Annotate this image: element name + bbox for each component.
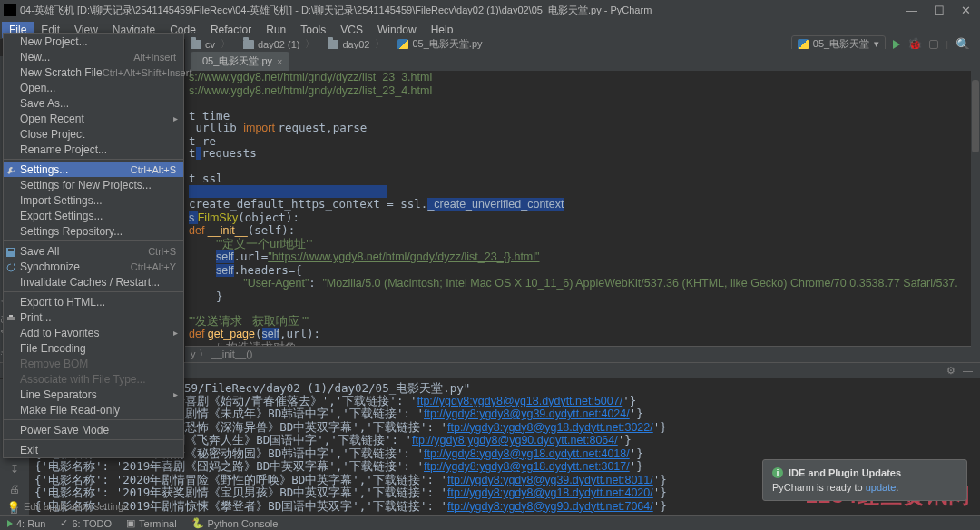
file-menu-settings-[interactable]: Settings...Ctrl+Alt+S [4,162,183,177]
save-icon [6,247,15,256]
sync-icon [6,262,15,271]
file-menu-export-settings-[interactable]: Export Settings... [4,208,183,223]
todo-icon: ✓ [60,517,68,529]
file-menu-export-to-html-[interactable]: Export to HTML... [4,294,183,309]
scroll-thumb[interactable] [972,80,979,152]
file-menu-new-project-[interactable]: New Project... [4,34,183,49]
output-icon3[interactable]: ↧ [8,463,21,476]
notification[interactable]: iIDE and Plugin Updates PyCharm is ready… [762,459,967,501]
python-icon [397,39,408,50]
window-title: 04-英雄飞机 [D:\聊天记录\2541145459\FileRecv\04-… [20,4,906,17]
folder-icon [243,40,254,49]
sb-pyconsole[interactable]: 🐍Python Console [184,517,286,529]
tab-current[interactable]: 05_电影天堂.py × [191,52,289,71]
close-tab-icon[interactable]: × [277,56,282,67]
run-button[interactable] [893,40,900,49]
file-menu-settings-for-new-projects-[interactable]: Settings for New Projects... [4,177,183,192]
file-menu-make-file-read-only[interactable]: Make File Read-only [4,402,183,417]
output-icon4[interactable]: 🖨 [8,483,21,496]
minimize-panel-icon[interactable]: — [963,365,973,377]
maximize-button[interactable]: ☐ [934,4,945,17]
file-menu-associate-with-file-type-: Associate with File Type... [4,371,183,387]
app-icon [4,4,16,16]
file-menu-print-[interactable]: Print... [4,309,183,325]
status-hint: 💡Edit application settings [7,499,129,514]
sb-todo[interactable]: ✓6: TODO [53,517,119,529]
editor-tabs: 05_电影天堂.py × [185,49,980,71]
file-menu-synchronize[interactable]: SynchronizeCtrl+Alt+Y [4,259,183,274]
file-menu-settings-repository-[interactable]: Settings Repository... [4,223,183,239]
file-menu-save-as-[interactable]: Save As... [4,95,183,111]
code-breadcrumb: y 〉 __init__() [185,346,980,362]
file-menu-new-[interactable]: New...Alt+Insert [4,49,183,64]
status-bar: 4: Run ✓6: TODO ▣Terminal 🐍Python Consol… [0,515,980,530]
file-menu-remove-bom: Remove BOM [4,356,183,371]
bulb-icon: 💡 [7,501,20,513]
notif-title: IDE and Plugin Updates [789,467,901,478]
sb-terminal[interactable]: ▣Terminal [119,517,184,529]
svg-rect-3 [9,315,13,317]
close-button[interactable]: ✕ [961,4,971,17]
file-menu-import-settings-[interactable]: Import Settings... [4,192,183,208]
tab-label: 05_电影天堂.py [202,54,272,68]
wrench-icon [6,165,15,174]
svg-rect-1 [8,249,14,251]
file-menu-close-project[interactable]: Close Project [4,126,183,142]
file-menu-add-to-favorites[interactable]: Add to Favorites [4,325,183,340]
file-menu-new-scratch-file[interactable]: New Scratch FileCtrl+Alt+Shift+Insert [4,64,183,80]
file-menu-exit[interactable]: Exit [4,442,183,457]
editor[interactable]: s://www.ygdy8.net/html/gndy/dyzz/list_23… [185,71,980,378]
file-menu-power-save-mode[interactable]: Power Save Mode [4,422,183,437]
file-menu-save-all[interactable]: Save AllCtrl+S [4,243,183,259]
file-menu-file-encoding[interactable]: File Encoding [4,340,183,356]
minimize-button[interactable]: — [906,4,917,17]
info-icon: i [772,467,783,478]
svg-rect-2 [7,317,15,320]
title-bar: 04-英雄飞机 [D:\聊天记录\2541145459\FileRecv\04-… [0,0,980,20]
python-console-icon: 🐍 [191,517,204,529]
folder-icon [191,40,201,49]
file-menu-open-[interactable]: Open... [4,80,183,95]
sb-run[interactable]: 4: Run [0,518,53,529]
python-icon [798,39,808,50]
file-menu-rename-project-[interactable]: Rename Project... [4,142,183,157]
folder-icon [328,40,338,49]
update-link[interactable]: update [866,482,897,493]
stop-button[interactable] [929,40,938,49]
file-menu-line-separators[interactable]: Line Separators [4,387,183,402]
file-menu-invalidate-caches-restart-[interactable]: Invalidate Caches / Restart... [4,274,183,290]
play-icon [7,520,13,527]
print-icon [6,313,15,322]
gear-icon[interactable]: ⚙ [946,365,956,377]
scrollbar[interactable] [971,71,980,362]
file-menu-open-recent[interactable]: Open Recent [4,111,183,126]
file-menu-popup: New Project...New...Alt+InsertNew Scratc… [3,33,184,458]
terminal-icon: ▣ [126,517,135,529]
